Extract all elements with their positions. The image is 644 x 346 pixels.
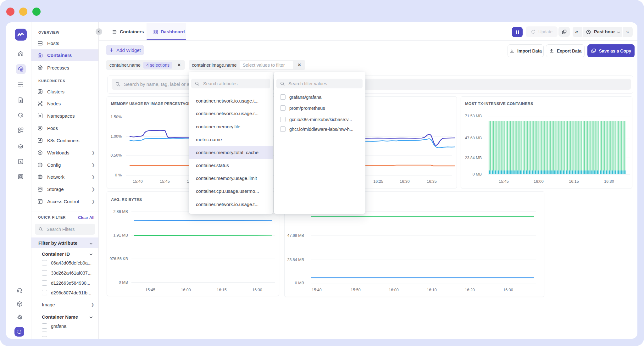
svg-text:16:35: 16:35 <box>427 179 436 184</box>
svg-text:16:00: 16:00 <box>181 288 191 292</box>
svg-text:1.00%: 1.00% <box>111 134 122 139</box>
svg-text:1.50%: 1.50% <box>111 115 122 119</box>
svg-text:71.53 MB: 71.53 MB <box>465 114 482 118</box>
svg-text:16:15: 16:15 <box>217 288 226 292</box>
svg-text:16:00: 16:00 <box>534 179 543 184</box>
svg-text:23.84 MB: 23.84 MB <box>465 156 482 160</box>
svg-text:16:10: 16:10 <box>427 288 436 292</box>
svg-text:16:25: 16:25 <box>373 179 383 184</box>
svg-text:16:20: 16:20 <box>465 288 475 292</box>
svg-text:16:00: 16:00 <box>389 288 398 292</box>
svg-text:2.86 MB: 2.86 MB <box>113 209 128 214</box>
svg-text:15:40: 15:40 <box>312 288 321 292</box>
svg-text:16:30: 16:30 <box>400 179 409 184</box>
svg-text:16:30: 16:30 <box>604 179 614 184</box>
svg-text:16:30: 16:30 <box>252 288 262 292</box>
svg-text:0 MB: 0 MB <box>473 172 482 176</box>
svg-text:15:45: 15:45 <box>499 179 508 184</box>
svg-text:15:40: 15:40 <box>133 179 142 184</box>
svg-text:15:45: 15:45 <box>145 288 155 292</box>
svg-text:16:30: 16:30 <box>503 288 513 292</box>
svg-text:AVG. RX BYTES: AVG. RX BYTES <box>111 198 142 202</box>
svg-text:47.68 MB: 47.68 MB <box>465 136 482 140</box>
svg-text:0 MB: 0 MB <box>119 280 128 285</box>
svg-text:0.50%: 0.50% <box>111 153 122 158</box>
svg-text:16:15: 16:15 <box>569 179 579 184</box>
svg-text:MEMORY USAGE BY IMAGE PERCENTA: MEMORY USAGE BY IMAGE PERCENTAGE <box>111 102 191 106</box>
svg-text:15:50: 15:50 <box>351 288 360 292</box>
svg-text:47.68 MB: 47.68 MB <box>287 233 304 238</box>
svg-text:0 MB: 0 MB <box>295 281 304 285</box>
svg-text:0 %: 0 % <box>115 173 122 177</box>
svg-text:15:45: 15:45 <box>160 179 169 184</box>
svg-text:1.91 MB: 1.91 MB <box>113 233 128 237</box>
svg-text:976.56 KB: 976.56 KB <box>110 257 128 261</box>
svg-text:MOST TX-INTENSIVE CONTAINERS: MOST TX-INTENSIVE CONTAINERS <box>465 102 533 106</box>
svg-text:23.84 MB: 23.84 MB <box>287 258 304 262</box>
